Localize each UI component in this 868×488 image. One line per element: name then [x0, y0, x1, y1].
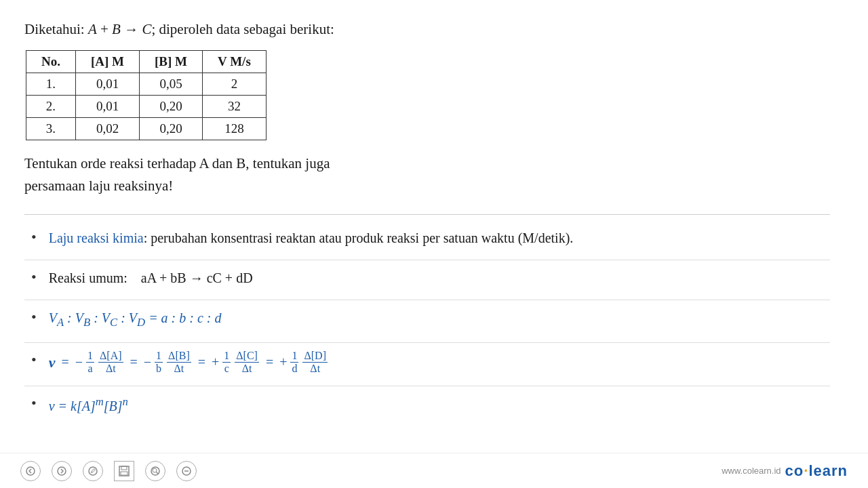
rate-law-formula: v = k[A]m[B]n	[49, 399, 128, 413]
colearn-url: www.colearn.id	[722, 466, 781, 476]
cell-no-3: 3.	[26, 117, 76, 140]
minus-1: −	[75, 354, 83, 370]
cell-b-1: 0,05	[140, 73, 203, 95]
cell-b-3: 0,20	[140, 117, 203, 140]
svg-rect-5	[121, 472, 127, 475]
brand-learn: learn	[808, 462, 848, 479]
bullet-dot-4: •	[31, 351, 37, 369]
svg-line-8	[157, 472, 159, 474]
bullet-text-vratio: VA : VB : VC : VD = a : b : c : d	[49, 307, 222, 332]
separator-3	[24, 342, 830, 343]
bullet-text-reaksi: Reaksi umum: aA + bB → cC + dD	[49, 267, 253, 289]
cell-a-1: 0,01	[75, 73, 139, 95]
nav-back-icon[interactable]	[20, 461, 41, 481]
table-row: 1. 0,01 0,05 2	[26, 73, 267, 95]
frac-delta-a: Δ[A] Δt	[98, 350, 123, 375]
separator-1	[24, 260, 830, 260]
eq-sign-3: =	[195, 354, 209, 370]
separator-2	[24, 300, 830, 300]
svg-point-2	[89, 467, 97, 475]
bullet-dot-1: •	[31, 228, 37, 246]
problem-text: Diketahui: A + B → C; diperoleh data seb…	[24, 21, 334, 37]
bottom-bar: www.colearn.id co·learn	[0, 453, 868, 488]
cell-a-2: 0,01	[75, 95, 139, 117]
separator-4	[24, 386, 830, 386]
v-equation-formula: v = − 1 a Δ[A] Δt = − 1 b Δ[B]	[49, 350, 328, 375]
bullet-item-vratio: • VA : VB : VC : VD = a : b : c : d	[24, 307, 830, 332]
eq-sign-1: =	[58, 354, 72, 370]
bullet-item-laju: • Laju reaksi kimia: perubahan konsentra…	[24, 227, 830, 249]
eq-sign-4: =	[262, 354, 277, 370]
svg-point-1	[58, 467, 66, 475]
v-ratio-formula: VA : VB : VC : VD = a : b : c : d	[49, 310, 222, 325]
bullet-dot-5: •	[31, 394, 37, 412]
cell-a-3: 0,02	[75, 117, 139, 140]
question-text: Tentukan orde reaksi terhadap A dan B, t…	[24, 152, 830, 198]
divider-1	[24, 214, 830, 215]
plus-1: +	[212, 354, 219, 370]
bullet-section: • Laju reaksi kimia: perubahan konsentra…	[24, 227, 830, 424]
frac-1-c: 1 c	[222, 350, 231, 375]
frac-delta-b: Δ[B] Δt	[167, 350, 191, 375]
frac-1-d: 1 d	[290, 350, 298, 375]
bullet-item-reaksi: • Reaksi umum: aA + bB → cC + dD	[24, 267, 830, 289]
table-row: 3. 0,02 0,20 128	[26, 117, 267, 140]
col-header-b: [B] M	[140, 50, 203, 73]
cell-v-1: 2	[203, 73, 267, 95]
v-symbol: v	[49, 354, 56, 371]
colearn-brand: co·learn	[785, 462, 848, 480]
edit-icon[interactable]	[83, 461, 103, 481]
minus-2: −	[144, 354, 151, 370]
colearn-logo: www.colearn.id co·learn	[722, 462, 848, 480]
bullet-text-laju: Laju reaksi kimia: perubahan konsentrasi…	[49, 227, 574, 249]
frac-delta-c: Δ[C] Δt	[235, 350, 259, 375]
col-header-a: [A] M	[75, 50, 139, 73]
plus-2: +	[279, 354, 287, 370]
problem-statement: Diketahui: A + B → C; diperoleh data seb…	[24, 19, 830, 41]
save-icon[interactable]	[114, 461, 134, 481]
main-content: Diketahui: A + B → C; diperoleh data seb…	[0, 0, 854, 437]
col-header-no: No.	[26, 50, 76, 73]
svg-point-0	[26, 467, 35, 475]
laju-reaksi-label: Laju reaksi kimia	[49, 230, 144, 245]
frac-1-a: 1 a	[86, 350, 94, 375]
minus-icon[interactable]	[176, 461, 197, 481]
frac-1-b: 1 b	[155, 350, 163, 375]
bullet-dot-2: •	[31, 268, 37, 286]
cell-no-1: 1.	[26, 73, 76, 95]
cell-v-3: 128	[203, 117, 267, 140]
bottom-icons	[20, 461, 197, 481]
nav-forward-icon[interactable]	[52, 461, 72, 481]
eq-sign-2: =	[127, 354, 141, 370]
zoom-icon[interactable]	[145, 461, 165, 481]
svg-point-7	[153, 468, 157, 472]
brand-co: co	[785, 462, 804, 479]
cell-b-2: 0,20	[140, 95, 203, 117]
bullet-item-ratelaw: • v = k[A]m[B]n	[24, 393, 830, 417]
cell-no-2: 2.	[26, 95, 76, 117]
frac-delta-d: Δ[D] Δt	[302, 350, 328, 375]
bullet-dot-3: •	[31, 308, 37, 326]
cell-v-2: 32	[203, 95, 267, 117]
bullet-text-ratelaw: v = k[A]m[B]n	[49, 393, 128, 417]
bullet-item-vformula: • v = − 1 a Δ[A] Δt = − 1 b	[24, 350, 830, 375]
col-header-v: V M/s	[203, 50, 267, 73]
data-table: No. [A] M [B] M V M/s 1. 0,01 0,05 2 2. …	[26, 50, 267, 140]
table-row: 2. 0,01 0,20 32	[26, 95, 267, 117]
